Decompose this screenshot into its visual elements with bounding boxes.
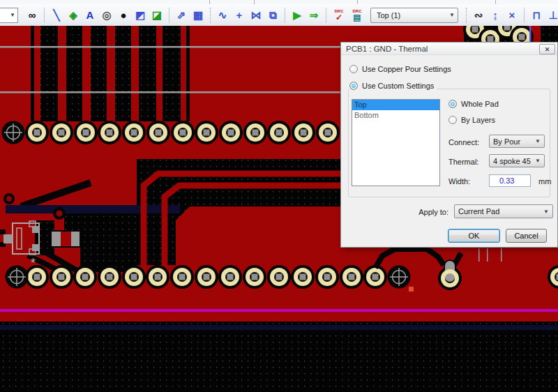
place-trace-icon[interactable]: ╲	[48, 7, 65, 24]
ratline	[529, 26, 531, 42]
toolbar-separator	[210, 8, 211, 23]
radio-icon	[349, 65, 358, 73]
apply-to-label: Apply to:	[408, 206, 448, 218]
toolbar-separator	[326, 8, 326, 23]
ratsnest-icon[interactable]: ∾	[470, 7, 487, 24]
bottom-layer-trace	[6, 205, 180, 213]
drc-report-icon[interactable]: DRC▤	[348, 6, 366, 24]
drc-check-icon[interactable]: DRC✓	[330, 6, 348, 24]
width-unit: mm	[538, 176, 551, 187]
radio-icon	[448, 100, 457, 108]
run-autorouter-icon[interactable]: ▶	[289, 7, 306, 24]
route-icon[interactable]: ∿	[214, 7, 231, 24]
fanout-icon[interactable]: +	[231, 7, 248, 24]
thermal-label: Thermal:	[448, 156, 478, 167]
radio-icon	[448, 116, 457, 124]
connect-label: Connect:	[448, 137, 479, 148]
chevron-down-icon: ▼	[535, 138, 541, 144]
layer-item-top[interactable]: Top	[352, 100, 439, 110]
toolbar-separator	[524, 8, 525, 23]
toolbar-combo-partial[interactable]: ▼	[0, 8, 18, 23]
selection-marker	[409, 287, 414, 292]
mount-hole-pad	[2, 121, 25, 144]
component-resistor	[50, 230, 81, 248]
ok-button[interactable]: OK	[448, 229, 500, 243]
main-toolbar: ▼∞╲◈A◎●◩◪⇗▦∿+⋈⧉▶⇒DRC✓DRC▤Top (1)▼∾↨×⊓⊥	[0, 4, 558, 27]
place-hole-icon[interactable]: ●	[115, 7, 132, 24]
mount-hole-pad	[388, 266, 411, 289]
layer-listbox[interactable]: Top Bottom	[352, 99, 440, 186]
pattern-editor-icon[interactable]: ◩	[132, 7, 149, 24]
chevron-down-icon: ▼	[449, 12, 455, 18]
grid-icon[interactable]: ▦	[190, 7, 206, 24]
toolbar-separator	[466, 8, 467, 23]
width-label: Width:	[448, 176, 470, 187]
chevron-down-icon: ▼	[543, 209, 549, 215]
radio-custom-settings[interactable]: Use Custom Settings	[349, 81, 437, 91]
toolbar-separator	[44, 8, 45, 23]
update-shapes-icon[interactable]: ↨	[487, 7, 504, 24]
pulse-icon[interactable]: ⊓	[528, 7, 545, 24]
board-edge-area	[0, 322, 558, 392]
unroute-icon[interactable]: ⋈	[248, 7, 264, 24]
export-icon[interactable]: ⇒	[306, 7, 322, 24]
thermal-dialog: PCB1 : GND - Thermal ✕ Use Copper Pour S…	[340, 42, 558, 248]
swap-layers-icon[interactable]: ×	[504, 7, 520, 24]
clipped-edge-icon[interactable]: ⊥	[545, 7, 558, 24]
radio-copper-pour-settings[interactable]: Use Copper Pour Settings	[349, 64, 451, 74]
place-component-icon[interactable]: A	[82, 7, 98, 24]
apply-to-dropdown[interactable]: Current Pad ▼	[454, 204, 553, 218]
layer-item-bottom[interactable]: Bottom	[352, 110, 439, 121]
toolbar-separator	[285, 8, 285, 23]
place-pad-icon[interactable]: ◈	[65, 7, 82, 24]
close-icon[interactable]: ✕	[539, 44, 555, 54]
chevron-down-icon: ▼	[535, 158, 541, 164]
copy-route-icon[interactable]: ⧉	[264, 7, 281, 24]
mount-hole-pad	[6, 266, 29, 289]
thermal-dropdown[interactable]: 4 spoke 45 ▼	[489, 154, 545, 167]
dialog-title: PCB1 : GND - Thermal	[341, 43, 557, 55]
layer-select-dropdown[interactable]: Top (1)▼	[370, 8, 458, 23]
cancel-button[interactable]: Cancel	[506, 229, 547, 243]
bottom-layer-trace	[0, 325, 558, 330]
radio-icon	[349, 82, 358, 90]
radio-whole-pad[interactable]: Whole Pad	[448, 99, 499, 109]
measure-icon[interactable]: ⇗	[173, 7, 190, 24]
width-input[interactable]: 0.33	[489, 174, 531, 187]
highlight-net-line	[0, 309, 558, 312]
find-icon[interactable]: ∞	[24, 7, 40, 24]
connect-dropdown[interactable]: By Pour ▼	[489, 135, 545, 148]
board-shape-icon[interactable]: ◪	[149, 7, 165, 24]
layer-select-value: Top (1)	[377, 11, 400, 20]
toolbar-separator	[169, 8, 169, 23]
place-via-icon[interactable]: ◎	[98, 7, 115, 24]
radio-by-layers[interactable]: By Layers	[448, 115, 495, 125]
